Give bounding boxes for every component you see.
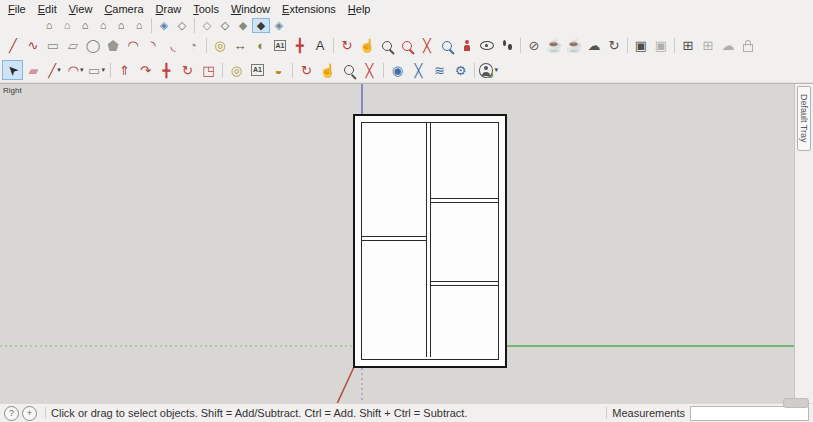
cloud-button[interactable]: ☁: [584, 35, 604, 56]
no-entry-button[interactable]: ⊘: [524, 35, 544, 56]
cabinet-outline[interactable]: [353, 114, 507, 368]
cloud-image-icon: ☁: [722, 39, 735, 52]
image-button[interactable]: ▣: [651, 35, 671, 56]
viewport[interactable]: Right: [0, 83, 795, 404]
status-help-icon[interactable]: ?: [4, 406, 19, 421]
tape-measure-tool-button[interactable]: ◎: [210, 35, 230, 56]
line-tool-dropdown[interactable]: ▾: [57, 66, 61, 74]
cabinet-right-shelf-upper[interactable]: [431, 198, 498, 203]
arc-tool-dropdown[interactable]: ▾: [80, 66, 84, 74]
rotate-tool-button[interactable]: ↻: [177, 60, 198, 80]
window-icon: ⊞: [683, 39, 694, 52]
cabinet-right-shelf-lower[interactable]: [431, 281, 498, 286]
arc-tool-button[interactable]: ◠: [123, 35, 143, 56]
right-view-button[interactable]: ⌂: [94, 18, 112, 33]
zoom-extents-tool-button[interactable]: ╳: [359, 60, 380, 80]
scale-tool-button[interactable]: ◳: [198, 60, 219, 80]
pan-tool-button[interactable]: ☝: [317, 60, 338, 80]
3d-text-tool-button[interactable]: A: [310, 35, 330, 56]
menu-camera[interactable]: Camera: [98, 2, 149, 16]
back-edges-style-button[interactable]: ◇: [173, 18, 191, 33]
scroll-grip[interactable]: [783, 398, 809, 408]
protractor-tool-button[interactable]: ◖: [250, 35, 270, 56]
menu-draw[interactable]: Draw: [150, 2, 188, 16]
pan-tool-button[interactable]: ☝: [357, 35, 377, 56]
orbit-tool-button[interactable]: ↻: [337, 35, 357, 56]
menu-help[interactable]: Help: [342, 2, 377, 16]
axes-tool-button[interactable]: ╋: [290, 35, 310, 56]
zoom-extents-tool-button[interactable]: ╳: [417, 35, 437, 56]
rectangle-tool-button[interactable]: ▭: [43, 35, 63, 56]
freehand-tool-button[interactable]: ∿: [23, 35, 43, 56]
shaded-with-textures-style-button[interactable]: ◆: [252, 18, 270, 33]
move-tool-icon: ╋: [163, 64, 171, 77]
cabinet-vertical-divider[interactable]: [426, 123, 431, 357]
status-add-icon[interactable]: +: [22, 406, 37, 421]
share-model-button[interactable]: ☕: [564, 35, 584, 56]
back-view-button[interactable]: ⌂: [112, 18, 130, 33]
iso-view-button[interactable]: ⌂: [40, 18, 58, 33]
extension-spiral-button[interactable]: ◉: [387, 60, 408, 80]
account-dropdown[interactable]: ▾: [494, 66, 498, 74]
account-button[interactable]: ▾: [478, 60, 499, 80]
paint-bucket-tool-button[interactable]: ◒: [268, 60, 289, 80]
push-pull-tool-button[interactable]: ⇑: [114, 60, 135, 80]
top-view-button[interactable]: ⌂: [58, 18, 76, 33]
move-tool-button[interactable]: ╋: [156, 60, 177, 80]
get-models-button[interactable]: ☕: [544, 35, 564, 56]
rectangle-tool-button[interactable]: ▭▾: [86, 60, 107, 80]
tape-measure-tool-button[interactable]: ◎: [226, 60, 247, 80]
cloud-image-button[interactable]: ☁: [718, 35, 738, 56]
extension-cross-button[interactable]: ╳: [408, 60, 429, 80]
window-button[interactable]: ⊞: [678, 35, 698, 56]
text-tool-button[interactable]: A1: [247, 60, 268, 80]
rotated-rectangle-tool-button[interactable]: ▱: [63, 35, 83, 56]
wireframe-style-button[interactable]: ◇: [198, 18, 216, 33]
hidden-line-style-button[interactable]: ◇: [216, 18, 234, 33]
shaded-style-button[interactable]: ◆: [234, 18, 252, 33]
three-point-arc-tool-button[interactable]: ◟: [163, 35, 183, 56]
polygon-tool-button[interactable]: [103, 35, 123, 56]
extension-gear-button[interactable]: ⚙: [450, 60, 471, 80]
sync-button[interactable]: ↻: [604, 35, 624, 56]
zoom-previous-tool-button[interactable]: [437, 35, 457, 56]
window-settings-button[interactable]: ⊞: [698, 35, 718, 56]
look-around-tool-icon: [480, 41, 494, 50]
circle-tool-button[interactable]: ◯: [83, 35, 103, 56]
paint-bucket-tool-icon: ◒: [275, 64, 283, 77]
zoom-tool-button[interactable]: [377, 35, 397, 56]
two-point-arc-tool-button[interactable]: ◝: [143, 35, 163, 56]
cabinet-inner-frame[interactable]: [361, 122, 499, 360]
lock-button[interactable]: [738, 35, 758, 56]
look-around-tool-button[interactable]: [477, 35, 497, 56]
terrain-image-button[interactable]: ▣: [631, 35, 651, 56]
menu-window[interactable]: Window: [225, 2, 276, 16]
dimension-tool-button[interactable]: ↔: [230, 35, 250, 56]
select-tool-button[interactable]: ➤: [2, 60, 23, 80]
menu-view[interactable]: View: [63, 2, 99, 16]
left-view-button[interactable]: ⌂: [130, 18, 148, 33]
pie-tool-button[interactable]: ◔: [183, 35, 203, 56]
follow-me-tool-button[interactable]: ↷: [135, 60, 156, 80]
default-tray-tab[interactable]: Default Tray: [797, 86, 811, 151]
x-ray-style-button[interactable]: ◈: [155, 18, 173, 33]
extension-layers-button[interactable]: ≋: [429, 60, 450, 80]
orbit-tool-button[interactable]: ↻: [296, 60, 317, 80]
menu-file[interactable]: File: [2, 2, 32, 16]
zoom-tool-button[interactable]: [338, 60, 359, 80]
line-tool-button[interactable]: ╱: [3, 35, 23, 56]
eraser-tool-button[interactable]: ▰: [23, 60, 44, 80]
line-tool-button[interactable]: ╱▾: [44, 60, 65, 80]
menu-tools[interactable]: Tools: [187, 2, 225, 16]
cabinet-left-shelf[interactable]: [362, 236, 426, 241]
text-tool-button[interactable]: A1: [270, 35, 290, 56]
menu-extensions[interactable]: Extensions: [276, 2, 342, 16]
position-camera-tool-button[interactable]: [457, 35, 477, 56]
rectangle-tool-dropdown[interactable]: ▾: [101, 66, 105, 74]
zoom-window-tool-button[interactable]: [397, 35, 417, 56]
walk-tool-button[interactable]: [497, 35, 517, 56]
arc-tool-button[interactable]: ◠▾: [65, 60, 86, 80]
menu-edit[interactable]: Edit: [32, 2, 63, 16]
monochrome-style-button[interactable]: ◈: [270, 18, 288, 33]
front-view-button[interactable]: ⌂: [76, 18, 94, 33]
